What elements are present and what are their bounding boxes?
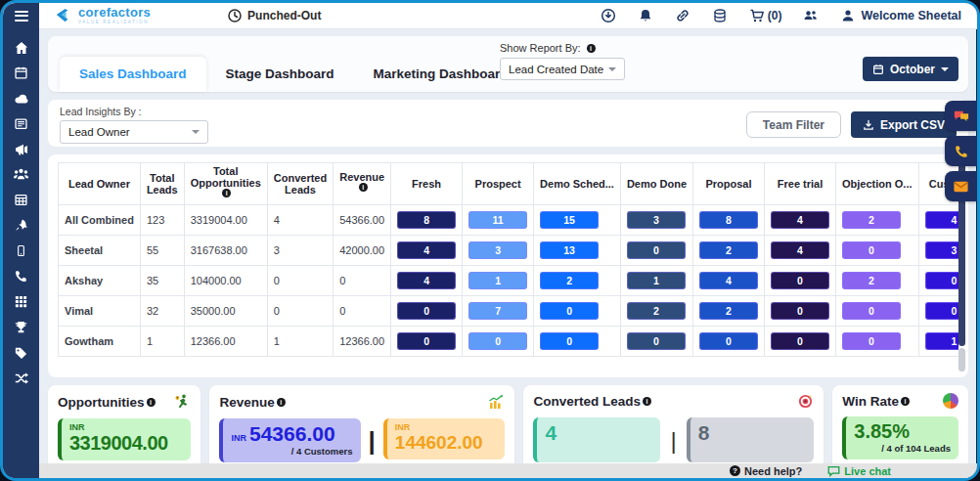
vertical-scrollbar-track[interactable] [958,348,965,372]
column-header-proposal: Proposal [693,163,765,205]
stage-count-badge-demo-sched[interactable]: 15 [540,211,599,229]
shuffle-icon[interactable] [13,370,29,386]
stage-cell: 1 [620,265,692,295]
punch-status[interactable]: Punched-Out [227,8,321,23]
month-picker-button[interactable]: October [863,57,958,81]
stage-count-badge-proposal[interactable]: 2 [699,302,758,320]
phone-icon[interactable] [13,268,29,284]
need-help-link[interactable]: ? Need help? [730,465,802,477]
stage-count-badge-free-trial[interactable]: 0 [771,272,829,289]
stage-count-badge-demo-sched[interactable]: 2 [540,272,599,289]
stage-count-badge-prospect[interactable]: 7 [468,302,527,320]
link-icon[interactable] [675,8,690,23]
news-icon[interactable] [13,115,29,132]
home-icon[interactable] [13,39,29,56]
stage-count-badge-demo-sched[interactable]: 0 [540,332,599,350]
stage-count-badge-proposal[interactable]: 4 [699,272,758,289]
stage-count-badge-prospect[interactable]: 11 [468,211,527,229]
stage-count-badge-prospect[interactable]: 0 [468,332,527,350]
chat-shortcut-button[interactable] [945,101,977,131]
stage-count-badge-objection-o[interactable]: 0 [842,241,901,259]
stage-count-badge-customer[interactable]: 1 [925,332,958,350]
stage-count-badge-customer[interactable]: 3 [925,241,958,259]
stage-count-badge-demo-done[interactable]: 3 [627,211,686,229]
tags-icon[interactable] [13,344,29,361]
stage-count-badge-prospect[interactable]: 3 [468,241,527,259]
live-chat-link[interactable]: Live chat [827,465,891,477]
stage-cell: 4 [693,265,765,295]
total-leads-cell: 123 [140,204,184,235]
total-leads-cell: 32 [140,295,184,326]
user-menu[interactable]: Welcome Sheetal [840,8,961,23]
stage-count-badge-demo-done[interactable]: 1 [627,272,686,289]
stage-count-badge-demo-done[interactable]: 0 [627,332,686,350]
stage-count-badge-objection-o[interactable]: 0 [842,302,901,320]
stage-count-badge-fresh[interactable]: 4 [397,272,456,289]
hamburger-menu-button[interactable] [3,3,39,29]
total-opportunities-cell: 35000.00 [184,295,267,326]
stage-count-badge-free-trial[interactable]: 4 [771,211,829,229]
export-csv-button[interactable]: Export CSV [851,111,957,138]
stage-count-badge-prospect[interactable]: 1 [468,272,527,289]
email-shortcut-button[interactable] [945,171,977,201]
revenue-title: Revenue [219,395,274,410]
table-scroll-area[interactable]: Lead OwnerTotal LeadsTotal Opportunities… [58,162,958,370]
call-shortcut-button[interactable] [945,136,977,166]
stage-count-badge-proposal[interactable]: 8 [699,211,758,229]
team-filter-button[interactable]: Team Filter [746,111,841,138]
megaphone-icon[interactable] [13,141,29,157]
stage-count-badge-fresh[interactable]: 4 [397,241,456,259]
stage-count-badge-demo-done[interactable]: 2 [627,302,686,320]
tab-sales-dashboard[interactable]: Sales Dashboard [60,57,206,92]
rocket-icon[interactable] [13,217,29,234]
trophy-icon[interactable] [13,319,29,335]
corefactors-logo[interactable]: corefactors value realization [53,6,151,25]
cloud-icon[interactable] [13,90,29,107]
stage-count-badge-demo-sched[interactable]: 0 [540,302,599,320]
stage-count-badge-objection-o[interactable]: 0 [842,332,901,350]
converted-leads-value-2: 8 [698,421,806,445]
revenue-value-box-1: INR 54366.00 / 4 Customers [219,418,360,462]
mobile-icon[interactable] [13,242,29,259]
show-report-by: Show Report By: i Lead Created Date [500,42,625,80]
stage-count-badge-proposal[interactable]: 2 [699,241,758,259]
month-picker-label: October [890,63,935,76]
filter-buttons: Team Filter Export CSV [746,111,957,138]
credits-coins-icon[interactable] [712,8,728,23]
cart-button[interactable]: (0) [749,8,782,23]
lead-insights-select[interactable]: Lead Owner [60,120,208,144]
teams-icon[interactable] [803,8,819,23]
hamburger-icon [15,8,28,23]
stage-count-badge-free-trial[interactable]: 0 [771,332,829,350]
logo-text: corefactors value realization [78,6,151,25]
stage-count-badge-free-trial[interactable]: 0 [771,302,829,320]
revenue-values: INR 54366.00 / 4 Customers | INR 144602.… [219,418,505,462]
apps-grid-icon[interactable] [13,293,29,310]
welcome-label: Welcome Sheetal [861,9,961,22]
stage-count-badge-customer[interactable]: 4 [925,211,958,229]
stage-count-badge-objection-o[interactable]: 2 [842,272,901,289]
calendar-icon[interactable] [13,65,29,81]
table-icon[interactable] [13,192,29,208]
stage-count-badge-fresh[interactable]: 8 [397,211,456,229]
stage-count-badge-proposal[interactable]: 0 [699,332,758,350]
stage-count-badge-demo-sched[interactable]: 13 [540,241,599,259]
stage-count-badge-fresh[interactable]: 0 [397,302,456,320]
stage-count-badge-customer[interactable]: 0 [925,302,958,320]
total-opportunities-cell: 12366.00 [184,326,267,356]
team-icon[interactable] [13,166,29,183]
stage-cell: 0 [391,295,463,326]
stage-count-badge-demo-done[interactable]: 0 [627,241,686,259]
notifications-bell-icon[interactable] [638,8,653,23]
stage-cell: 7 [463,295,534,326]
report-by-select[interactable]: Lead Created Date [500,58,625,80]
stage-count-badge-objection-o[interactable]: 2 [842,211,901,229]
column-header-converted-leads: Converted Leads [267,163,333,205]
column-header-lead-owner: Lead Owner [59,163,141,205]
stage-count-badge-fresh[interactable]: 0 [397,332,456,350]
stage-count-badge-free-trial[interactable]: 4 [771,241,829,259]
punch-clock-icon[interactable] [601,8,616,23]
stage-count-badge-customer[interactable]: 0 [925,272,958,289]
tab-stage-dashboard[interactable]: Stage Dashboard [206,57,354,92]
stage-cell: 11 [463,204,534,235]
